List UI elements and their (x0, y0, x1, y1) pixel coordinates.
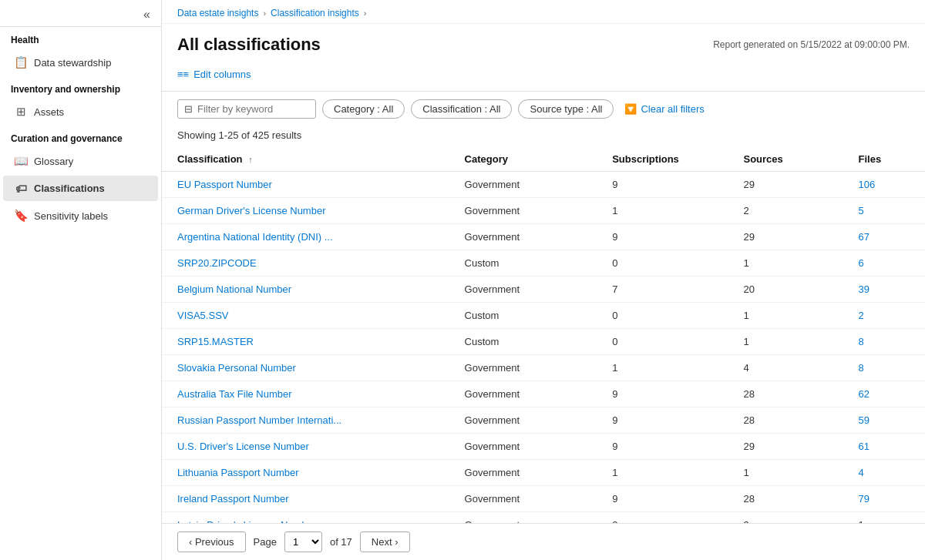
col-header-subscriptions-label: Subscriptions (612, 153, 679, 165)
files-cell[interactable]: 2 (843, 303, 926, 329)
classification-cell[interactable]: SRP15.MASTER (162, 329, 449, 355)
files-cell[interactable]: 59 (843, 407, 926, 434)
classification-cell[interactable]: Slovakia Personal Number (162, 355, 449, 381)
sources-cell: 28 (728, 381, 843, 407)
category-cell: Government (449, 407, 597, 434)
col-header-files-label: Files (859, 153, 882, 165)
classification-cell[interactable]: Ireland Passport Number (162, 486, 449, 512)
clear-filters-icon: 🔽 (624, 103, 637, 115)
category-cell: Government (449, 224, 597, 250)
table-row: U.S. Driver's License NumberGovernment92… (162, 434, 925, 460)
subscriptions-cell: 9 (597, 224, 728, 250)
glossary-icon: 📖 (14, 154, 28, 168)
sidebar-item-label: Classifications (34, 183, 105, 194)
previous-button[interactable]: ‹ Previous (177, 531, 246, 552)
classification-cell[interactable]: Lithuania Passport Number (162, 460, 449, 486)
sources-cell: 28 (728, 407, 843, 434)
category-cell: Custom (449, 329, 597, 355)
table-row: Belgium National NumberGovernment72039 (162, 277, 925, 303)
category-cell: Government (449, 172, 597, 198)
classification-cell[interactable]: Russian Passport Number Internati... (162, 407, 449, 434)
category-cell: Government (449, 277, 597, 303)
files-cell[interactable]: 62 (843, 381, 926, 407)
sources-cell: 2 (728, 198, 843, 224)
keyword-filter-input[interactable] (197, 103, 305, 115)
clear-filters-label: Clear all filters (641, 103, 704, 115)
classification-cell[interactable]: EU Passport Number (162, 172, 449, 198)
table-row: SRP15.MASTERCustom018 (162, 329, 925, 355)
files-cell: 1 (843, 512, 926, 524)
page-label: Page (254, 536, 277, 548)
category-cell: Government (449, 434, 597, 460)
subscriptions-cell: 0 (597, 250, 728, 277)
files-cell[interactable]: 6 (843, 250, 926, 277)
edit-columns-icon: ≡≡ (177, 69, 189, 80)
files-cell[interactable]: 5 (843, 198, 926, 224)
subscriptions-cell: 1 (597, 355, 728, 381)
sidebar: « Health 📋 Data stewardship Inventory an… (0, 0, 162, 560)
main-content: Data estate insights › Classification in… (162, 0, 925, 560)
files-cell[interactable]: 106 (843, 172, 926, 198)
sidebar-item-classifications[interactable]: 🏷 Classifications (3, 176, 158, 201)
table-row: Argentina National Identity (DNI) ...Gov… (162, 224, 925, 250)
sources-cell: 20 (728, 277, 843, 303)
source-type-filter-button[interactable]: Source type : All (518, 99, 614, 119)
next-button[interactable]: Next › (360, 531, 410, 552)
table-row: German Driver's License NumberGovernment… (162, 198, 925, 224)
page-select[interactable]: 1 2 3 17 (284, 531, 322, 552)
classification-cell[interactable]: U.S. Driver's License Number (162, 434, 449, 460)
subscriptions-cell: 9 (597, 434, 728, 460)
sources-cell: 1 (728, 460, 843, 486)
classification-cell[interactable]: Latvia Driver's License Number (162, 512, 449, 524)
sidebar-item-assets[interactable]: ⊞ Assets (3, 99, 158, 125)
subscriptions-cell: 9 (597, 486, 728, 512)
files-cell[interactable]: 4 (843, 460, 926, 486)
previous-label: ‹ Previous (189, 536, 234, 548)
breadcrumb-end-chevron: › (364, 8, 367, 18)
files-cell[interactable]: 39 (843, 277, 926, 303)
files-cell[interactable]: 8 (843, 329, 926, 355)
classifications-icon: 🏷 (14, 182, 28, 195)
classification-cell[interactable]: Argentina National Identity (DNI) ... (162, 224, 449, 250)
breadcrumb-data-estate[interactable]: Data estate insights (177, 8, 258, 18)
classification-cell[interactable]: Belgium National Number (162, 277, 449, 303)
sensitivity-labels-icon: 🔖 (14, 209, 28, 223)
classification-cell[interactable]: Australia Tax File Number (162, 381, 449, 407)
files-cell[interactable]: 61 (843, 434, 926, 460)
classification-filter-button[interactable]: Classification : All (411, 99, 512, 119)
table-body: EU Passport NumberGovernment929106German… (162, 172, 925, 524)
sidebar-item-data-stewardship[interactable]: 📋 Data stewardship (3, 49, 158, 75)
sidebar-item-glossary[interactable]: 📖 Glossary (3, 148, 158, 174)
category-cell: Government (449, 355, 597, 381)
classification-cell[interactable]: VISA5.SSV (162, 303, 449, 329)
classification-cell[interactable]: SRP20.ZIPCODE (162, 250, 449, 277)
clear-all-filters-button[interactable]: 🔽 Clear all filters (620, 100, 708, 118)
classification-filter-label: Classification : All (422, 103, 500, 115)
category-filter-button[interactable]: Category : All (322, 99, 405, 119)
category-cell: Custom (449, 250, 597, 277)
col-header-sources: Sources (728, 147, 843, 172)
subscriptions-cell: 9 (597, 172, 728, 198)
sidebar-item-label: Sensitivity labels (34, 210, 108, 222)
edit-columns-button[interactable]: ≡≡ Edit columns (177, 65, 251, 83)
col-header-subscriptions: Subscriptions (597, 147, 728, 172)
table-row: EU Passport NumberGovernment929106 (162, 172, 925, 198)
files-cell[interactable]: 79 (843, 486, 926, 512)
page-title: All classifications (177, 35, 321, 55)
classifications-table: Classification ↑ Category Subscriptions … (162, 147, 925, 523)
category-cell: Government (449, 198, 597, 224)
category-cell: Government (449, 381, 597, 407)
sort-icon-classification[interactable]: ↑ (248, 155, 253, 164)
breadcrumb-separator-1: › (263, 8, 266, 18)
table-area[interactable]: Classification ↑ Category Subscriptions … (162, 147, 925, 523)
classification-cell[interactable]: German Driver's License Number (162, 198, 449, 224)
sidebar-collapse-button[interactable]: « (140, 6, 153, 23)
sidebar-collapse-area: « (0, 0, 161, 27)
sidebar-item-sensitivity-labels[interactable]: 🔖 Sensitivity labels (3, 203, 158, 229)
files-cell[interactable]: 67 (843, 224, 926, 250)
report-generated-text: Report generated on 5/15/2022 at 09:00:0… (713, 39, 910, 50)
table-row: VISA5.SSVCustom012 (162, 303, 925, 329)
breadcrumb-classification-insights[interactable]: Classification insights (271, 8, 359, 18)
subscriptions-cell: 2 (597, 512, 728, 524)
files-cell[interactable]: 8 (843, 355, 926, 381)
